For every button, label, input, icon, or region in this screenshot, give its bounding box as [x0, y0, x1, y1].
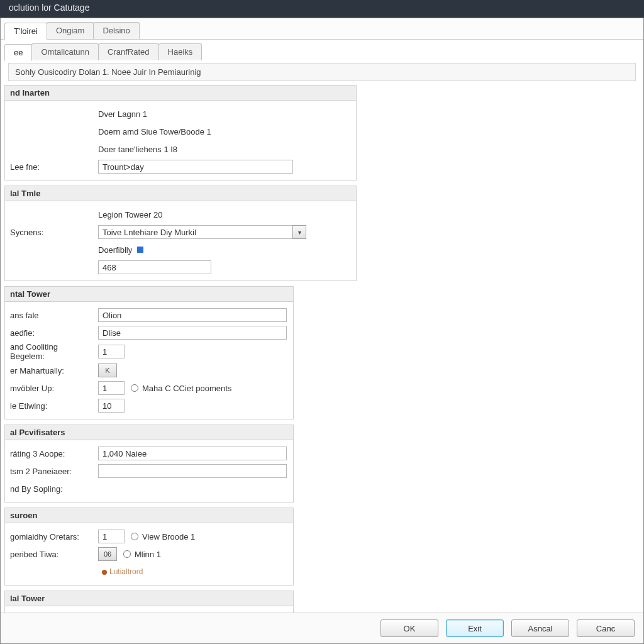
group-ntal-tower: ntal Tower ans fale aedfie: and Coolitin… — [4, 286, 294, 419]
perib-radio-label: Mlinn 1 — [135, 550, 161, 559]
main-tabs: T'loirei Ongiam Delsino — [1, 18, 643, 40]
group-lal-header: lal Tower — [5, 591, 293, 606]
aedfie-input[interactable] — [98, 326, 287, 340]
perib-radio[interactable] — [123, 550, 131, 558]
info-banner: Sohly Ousicodiry Dolan 1. Noee Juir In P… — [8, 63, 636, 81]
cooling-label: and Cooliting Begelem: — [10, 342, 98, 361]
window-title: oclution lor Catutage — [9, 3, 89, 13]
group-lal-tower: lal Tower ikies Ingole egonsert — [4, 591, 294, 613]
sycnens-label: Sycnens: — [10, 228, 98, 237]
by-sop-label: nd By Sopling: — [10, 484, 98, 494]
title-bar: oclution lor Catutage — [0, 0, 644, 18]
perib-button[interactable]: 06 — [98, 547, 117, 561]
mobler-radio[interactable] — [131, 384, 138, 392]
sycnens-dropdown-button[interactable]: ▾ — [292, 225, 306, 239]
inarten-line2: Doern amd Siue Towe/Boode 1 — [98, 126, 211, 137]
cancel-button[interactable]: Canc — [577, 619, 635, 637]
gom-radio[interactable] — [131, 533, 138, 540]
group-pcv-header: al Pcvifisaters — [5, 425, 293, 440]
group-pcvifisaters: al Pcvifisaters ráting 3 Aoope: tsm 2 Pa… — [4, 425, 294, 502]
gom-input[interactable] — [98, 530, 125, 543]
group-ntal-header: ntal Tower — [5, 287, 293, 302]
r3a-input[interactable] — [98, 447, 287, 460]
dialog-window: T'loirei Ongiam Delsino ee Omtalicatunn … — [0, 18, 644, 644]
subtab-omtalicatunn[interactable]: Omtalicatunn — [31, 43, 99, 60]
r3a-label: ráting 3 Aoope: — [10, 449, 98, 458]
content-area: Sohly Ousicodiry Dolan 1. Noee Juir In P… — [1, 60, 643, 613]
inarten-line3: Doer tane'liehens 1 I8 — [98, 144, 177, 155]
doerfiblly-label: Doerfiblly — [98, 245, 132, 255]
etiwing-input[interactable] — [98, 399, 125, 413]
inarten-line1: Dver Lagnn 1 — [98, 109, 147, 119]
lee-fne-input[interactable] — [98, 160, 293, 174]
doerfiblly-input[interactable] — [98, 260, 211, 274]
chevron-down-icon: ▾ — [298, 229, 301, 236]
perib-label: peribed Tiwa: — [10, 550, 98, 559]
cooling-input[interactable] — [98, 345, 125, 358]
ok-button[interactable]: OK — [380, 619, 438, 637]
mobler-label: mvöbler Up: — [10, 384, 98, 393]
mobler-input[interactable] — [98, 381, 125, 395]
mahart-button[interactable]: K — [98, 364, 117, 377]
asncal-button[interactable]: Asncal — [511, 619, 569, 637]
gom-label: gomiaidhy Oretars: — [10, 532, 98, 541]
blue-indicator-icon — [137, 247, 143, 253]
group-inarten: nd Inarten Dver Lagnn 1 Doern amd Siue T… — [4, 85, 357, 180]
flame-icon — [102, 570, 107, 575]
tmle-line1: Legion Toweer 20 — [98, 209, 162, 220]
subtab-ee[interactable]: ee — [4, 44, 32, 61]
gom-radio-label: View Broode 1 — [142, 532, 195, 541]
subtab-haeiks[interactable]: Haeiks — [158, 43, 203, 60]
sub-tabs: ee Omtalicatunn CranfRated Haeiks — [1, 40, 643, 60]
lutialtrord-link: Lutialtrord — [102, 567, 143, 576]
r2p-input[interactable] — [98, 464, 287, 478]
ans-fale-label: ans fale — [10, 311, 98, 320]
exit-button[interactable]: Exit — [446, 619, 504, 637]
etiwing-label: le Etiwing: — [10, 401, 98, 411]
ans-fale-input[interactable] — [98, 308, 287, 322]
r2p-label: tsm 2 Paneiaeer: — [10, 467, 98, 476]
group-tmle-header: lal Tmle — [5, 186, 356, 201]
group-suroen: suroen gomiaidhy Oretars: View Broode 1 … — [4, 508, 294, 586]
sycnens-input[interactable] — [98, 225, 293, 239]
subtab-cranfrated[interactable]: CranfRated — [98, 43, 158, 60]
tab-tloirei[interactable]: T'loirei — [4, 23, 47, 40]
tab-ongiam[interactable]: Ongiam — [47, 22, 94, 39]
mobler-radio-label: Maha C CCiet pooments — [142, 384, 231, 393]
group-inarten-header: nd Inarten — [5, 86, 356, 101]
tab-delsino[interactable]: Delsino — [93, 22, 139, 39]
dialog-footer: OK Exit Asncal Canc — [1, 613, 643, 643]
mahart-label: er Mahartually: — [10, 366, 98, 375]
group-tmle: lal Tmle Legion Toweer 20 Sycnens: ▾ — [4, 186, 357, 281]
aedfie-label: aedfie: — [10, 328, 98, 338]
lee-fne-label: Lee fne: — [10, 162, 98, 172]
group-suroen-header: suroen — [5, 508, 293, 523]
